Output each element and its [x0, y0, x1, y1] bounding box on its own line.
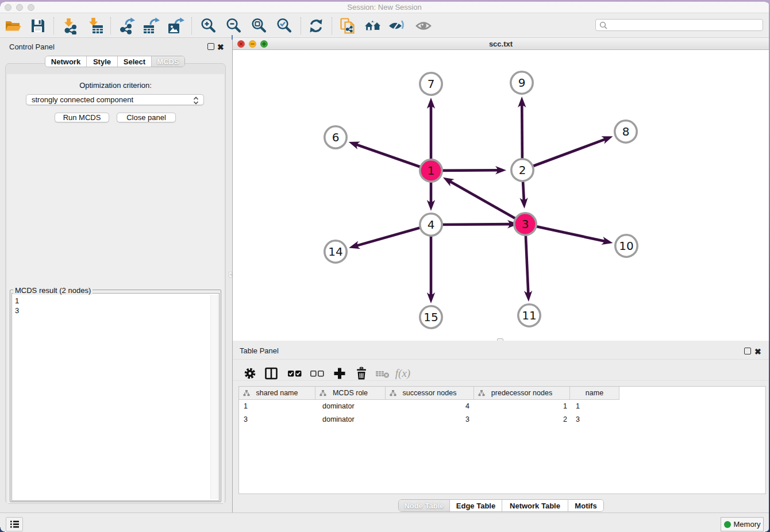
show-all-icon[interactable]	[414, 17, 433, 35]
close-panel-button[interactable]: Close panel	[117, 113, 176, 122]
memory-button[interactable]: Memory	[721, 517, 764, 531]
mcds-result-groupbox: MCDS result (2 nodes) 13	[10, 286, 221, 502]
graph-edge-2-8[interactable]	[522, 138, 607, 170]
list-icon	[10, 520, 20, 529]
table-cell: dominator	[315, 413, 386, 426]
result-scrollbar[interactable]	[210, 295, 218, 499]
zoom-in-icon[interactable]	[199, 17, 217, 35]
column-header-MCDS-role[interactable]: MCDS role	[315, 387, 386, 399]
refresh-icon[interactable]	[307, 17, 325, 35]
run-mcds-button[interactable]: Run MCDS	[55, 113, 109, 122]
window-titlebar: Session: New Session	[0, 2, 769, 13]
delete-table-icon	[374, 365, 391, 382]
split-panel-icon[interactable]	[263, 365, 280, 382]
gear-icon[interactable]	[241, 365, 259, 382]
mcds-result-title: MCDS result (2 nodes)	[13, 286, 93, 295]
column-header-shared-name[interactable]: shared name	[239, 387, 315, 399]
delete-column-icon[interactable]	[353, 365, 370, 382]
optimization-criterion-label: Optimization criterion:	[7, 81, 224, 90]
graph-node-label: 4	[428, 218, 435, 232]
control-panel-close-icon[interactable]: ✖	[217, 44, 224, 51]
add-column-icon[interactable]	[331, 365, 348, 382]
tab-node-table[interactable]: Node Table	[399, 500, 450, 511]
hide-selection-icon[interactable]	[387, 17, 406, 35]
tab-edge-table[interactable]: Edge Table	[450, 500, 502, 511]
table-cell: dominator	[315, 400, 386, 413]
table-cell: 1	[239, 400, 315, 413]
toolbar-separator	[301, 17, 301, 34]
control-panel: Control Panel ✖ NetworkStyleSelectMCDS O…	[0, 38, 232, 512]
column-header-successor-nodes[interactable]: successor nodes	[386, 387, 474, 399]
graph-node-label: 1	[428, 164, 435, 178]
tab-style[interactable]: Style	[87, 56, 118, 67]
tab-network[interactable]: Network	[45, 56, 87, 67]
table-panel: Table Panel ✖	[233, 341, 769, 512]
first-neighbors-icon[interactable]	[364, 17, 382, 35]
mcds-result-textarea[interactable]: 13	[11, 293, 220, 501]
tab-network-table[interactable]: Network Table	[502, 500, 568, 511]
table-panel-close-icon[interactable]: ✖	[754, 348, 761, 355]
export-image-icon[interactable]	[167, 17, 185, 35]
zoom-selected-icon[interactable]	[275, 17, 293, 35]
graph-edge-1-6[interactable]	[355, 144, 431, 171]
import-table-icon[interactable]	[86, 17, 104, 35]
function-builder-icon: f(x)	[394, 365, 411, 382]
network-canvas[interactable]: 7968124314101511	[233, 51, 769, 341]
graph-edge-4-3[interactable]	[431, 224, 512, 225]
criterion-value: strongly connected component	[32, 95, 133, 104]
network-graph: 7968124314101511	[233, 51, 769, 341]
new-network-from-selection-icon[interactable]	[338, 17, 357, 35]
search-icon	[599, 21, 608, 30]
table-header: shared nameMCDS rolesuccessor nodesprede…	[239, 387, 619, 400]
vertical-splitter-handle[interactable]	[229, 272, 232, 277]
control-panel-header: Control Panel ✖	[0, 38, 232, 55]
show-panels-button[interactable]	[6, 517, 23, 531]
network-window-title: scc.txt	[233, 40, 769, 48]
column-header-predecessor-nodes[interactable]: predecessor nodes	[474, 387, 570, 399]
graph-edge-3-10[interactable]	[525, 224, 606, 242]
control-panel-float-icon[interactable]	[207, 43, 214, 50]
import-network-icon[interactable]	[61, 17, 79, 35]
open-file-icon[interactable]	[3, 17, 22, 35]
toolbar-separator	[332, 17, 332, 34]
table-toolbar: f(x)	[233, 359, 769, 381]
table-row[interactable]: 3dominator323	[239, 413, 619, 426]
save-session-icon[interactable]	[29, 17, 47, 35]
graph-node-label: 8	[622, 125, 630, 138]
mcds-tab-content: Optimization criterion: strongly connect…	[7, 74, 224, 503]
table-row[interactable]: 1dominator411	[239, 400, 619, 413]
export-table-icon[interactable]	[142, 17, 160, 35]
table-panel-float-icon[interactable]	[744, 348, 751, 354]
export-network-icon[interactable]	[118, 17, 136, 35]
toolbar-separator	[191, 17, 192, 34]
toolbar-separator	[110, 17, 111, 34]
network-view-window: scc.txt 7968124314101511	[233, 38, 769, 341]
zoom-out-icon[interactable]	[224, 17, 242, 35]
zoom-fit-icon[interactable]	[249, 17, 268, 35]
column-header-name[interactable]: name	[570, 387, 619, 399]
criterion-select[interactable]: strongly connected component	[26, 94, 204, 105]
table-cell: 3	[386, 413, 474, 426]
mcds-tab-panel: Optimization criterion: strongly connect…	[5, 63, 226, 504]
search-input[interactable]	[595, 19, 763, 31]
mcds-result-line: 1	[12, 296, 219, 306]
tab-motifs[interactable]: Motifs	[568, 500, 603, 511]
window-title: Session: New Session	[0, 3, 769, 11]
select-all-icon[interactable]	[286, 365, 303, 382]
graph-node-label: 14	[328, 245, 342, 259]
status-bar: Memory	[0, 512, 769, 532]
control-panel-title: Control Panel	[9, 43, 55, 51]
table-panel-title: Table Panel	[240, 346, 279, 355]
graph-node-label: 6	[332, 130, 340, 144]
graph-node-label: 3	[522, 217, 529, 231]
deselect-all-icon[interactable]	[309, 365, 326, 382]
mcds-result-line: 3	[12, 306, 219, 315]
graph-edge-3-1[interactable]	[449, 180, 525, 224]
tab-select[interactable]: Select	[118, 56, 152, 67]
main-toolbar	[0, 13, 769, 38]
table-cell: 2	[474, 413, 570, 426]
tab-mcds[interactable]: MCDS	[152, 56, 184, 67]
graph-node-label: 2	[519, 163, 526, 177]
network-window-titlebar[interactable]: scc.txt	[233, 38, 769, 50]
graph-node-label: 9	[518, 76, 526, 90]
